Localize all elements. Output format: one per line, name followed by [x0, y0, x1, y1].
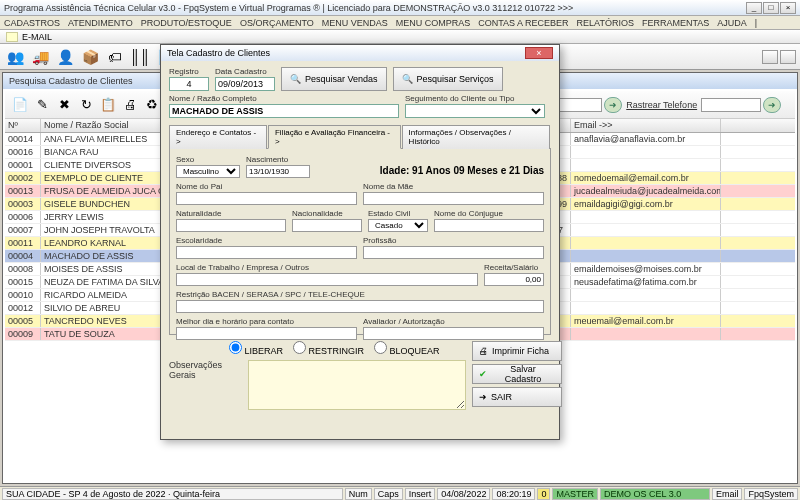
refresh-icon[interactable]: ↻: [76, 95, 96, 115]
new-icon[interactable]: 📄: [10, 95, 30, 115]
status-email[interactable]: Email: [712, 488, 743, 500]
status-insert: Insert: [405, 488, 436, 500]
profissao-input[interactable]: [363, 246, 544, 259]
menu-vendas[interactable]: MENU VENDAS: [322, 16, 388, 29]
radio-liberar[interactable]: LIBERAR: [229, 341, 283, 356]
modal-titlebar: Tela Cadastro de Clientes ×: [161, 45, 559, 61]
data-cadastro-input[interactable]: [215, 77, 275, 91]
modal-close-button[interactable]: ×: [525, 47, 553, 59]
status-time: 08:20:19: [492, 488, 535, 500]
col-num[interactable]: Nº: [5, 119, 41, 132]
mail-icon: [6, 32, 18, 42]
idade-label: Idade: 91 Anos 09 Meses e 21 Dias: [316, 155, 544, 178]
escolaridade-input[interactable]: [176, 246, 357, 259]
email-label[interactable]: E-MAIL: [22, 32, 52, 42]
horario-input[interactable]: [176, 327, 357, 340]
maximize-button[interactable]: □: [763, 2, 779, 14]
tab-endereco[interactable]: Endereço e Contatos ->: [169, 125, 267, 149]
delete-icon[interactable]: ✖: [54, 95, 74, 115]
imprimir-button[interactable]: 🖨 Imprimir Ficha: [472, 341, 562, 361]
subwin-close-button[interactable]: [780, 50, 796, 64]
app-title: Programa Assistência Técnica Celular v3.…: [4, 3, 746, 13]
status-bar: SUA CIDADE - SP 4 de Agosto de 2022 · Qu…: [0, 486, 800, 500]
sair-button[interactable]: ➜ SAIR: [472, 387, 562, 407]
menu-relatorios[interactable]: RELATÓRIOS: [577, 16, 634, 29]
pai-input[interactable]: [176, 192, 357, 205]
salario-input[interactable]: [484, 273, 544, 286]
obs-textarea[interactable]: [248, 360, 466, 410]
pesq-vendas-button[interactable]: 🔍 Pesquisar Vendas: [281, 67, 387, 91]
menu-ferramentas[interactable]: FERRAMENTAS: [642, 16, 709, 29]
menu-receber[interactable]: CONTAS A RECEBER: [478, 16, 568, 29]
rast-tel-input[interactable]: [701, 98, 761, 112]
minimize-button[interactable]: _: [746, 2, 762, 14]
close-button[interactable]: ×: [780, 2, 796, 14]
menu-os[interactable]: OS/ORÇAMENTO: [240, 16, 314, 29]
col-email[interactable]: Email ->>: [571, 119, 721, 132]
status-caps: Caps: [374, 488, 403, 500]
tool-suppliers-icon[interactable]: 🚚: [29, 46, 51, 68]
menu-atendimento[interactable]: ATENDIMENTO: [68, 16, 133, 29]
nascimento-input[interactable]: [246, 165, 310, 178]
modal-title: Tela Cadastro de Clientes: [167, 48, 270, 58]
tab-filiacao-pane: SexoMasculino Nascimento Idade: 91 Anos …: [169, 149, 551, 335]
menu-produto[interactable]: PRODUTO/ESTOQUE: [141, 16, 232, 29]
cadastro-modal: Tela Cadastro de Clientes × Registro Dat…: [160, 44, 560, 440]
nome-completo-input[interactable]: [169, 104, 399, 118]
tool-box-icon[interactable]: 📦: [79, 46, 101, 68]
tab-informacoes[interactable]: Informações / Observações / Histórico: [402, 125, 550, 149]
edit-icon[interactable]: ✎: [32, 95, 52, 115]
estado-civil-select[interactable]: Casado: [368, 219, 428, 232]
tab-filiacao[interactable]: Filiação e Avaliação Financeira ->: [268, 125, 401, 149]
registro-input[interactable]: [169, 77, 209, 91]
status-demo: DEMO OS CEL 3.0: [600, 488, 710, 500]
naturalidade-input[interactable]: [176, 219, 286, 232]
menu-cadastros[interactable]: CADASTROS: [4, 16, 60, 29]
email-bar: E-MAIL: [0, 30, 800, 44]
status-count: 0: [537, 488, 550, 500]
recycle-icon[interactable]: ♻: [142, 95, 162, 115]
subwin-min-button[interactable]: [762, 50, 778, 64]
status-date: 04/08/2022: [437, 488, 490, 500]
sexo-select[interactable]: Masculino: [176, 165, 240, 178]
mae-input[interactable]: [363, 192, 544, 205]
trabalho-input[interactable]: [176, 273, 478, 286]
print2-icon[interactable]: 🖨: [120, 95, 140, 115]
search-go2-button[interactable]: ➜: [604, 97, 622, 113]
pesq-servicos-button[interactable]: 🔍 Pesquisar Serviços: [393, 67, 503, 91]
menu-ajuda[interactable]: AJUDA: [717, 16, 747, 29]
salvar-button[interactable]: ✔ Salvar Cadastro: [472, 364, 562, 384]
copy-icon[interactable]: 📋: [98, 95, 118, 115]
search-go3-button[interactable]: ➜: [763, 97, 781, 113]
seguimento-select[interactable]: [405, 104, 545, 118]
status-master: MASTER: [552, 488, 598, 500]
tool-brands-icon[interactable]: 🏷: [104, 46, 126, 68]
tool-users-icon[interactable]: 👥: [4, 46, 26, 68]
status-location: SUA CIDADE - SP 4 de Agosto de 2022 · Qu…: [2, 488, 343, 500]
conjuge-input[interactable]: [434, 219, 544, 232]
radio-bloquear[interactable]: BLOQUEAR: [374, 341, 440, 356]
radio-restringir[interactable]: RESTRINGIR: [293, 341, 364, 356]
tool-barcode-icon[interactable]: ║║: [129, 46, 151, 68]
rast-tel-label: Rastrear Telefone: [626, 100, 697, 110]
status-num: Num: [345, 488, 372, 500]
restricao-input[interactable]: [176, 300, 544, 313]
main-menu: CADASTROS ATENDIMENTO PRODUTO/ESTOQUE OS…: [0, 16, 800, 30]
nacionalidade-input[interactable]: [292, 219, 362, 232]
obs-label: Observações Gerais: [169, 360, 244, 410]
menu-compras[interactable]: MENU COMPRAS: [396, 16, 471, 29]
avaliador-input[interactable]: [363, 327, 544, 340]
app-titlebar: Programa Assistência Técnica Celular v3.…: [0, 0, 800, 16]
status-sys[interactable]: FpqSystem: [744, 488, 798, 500]
tool-sellers-icon[interactable]: 👤: [54, 46, 76, 68]
